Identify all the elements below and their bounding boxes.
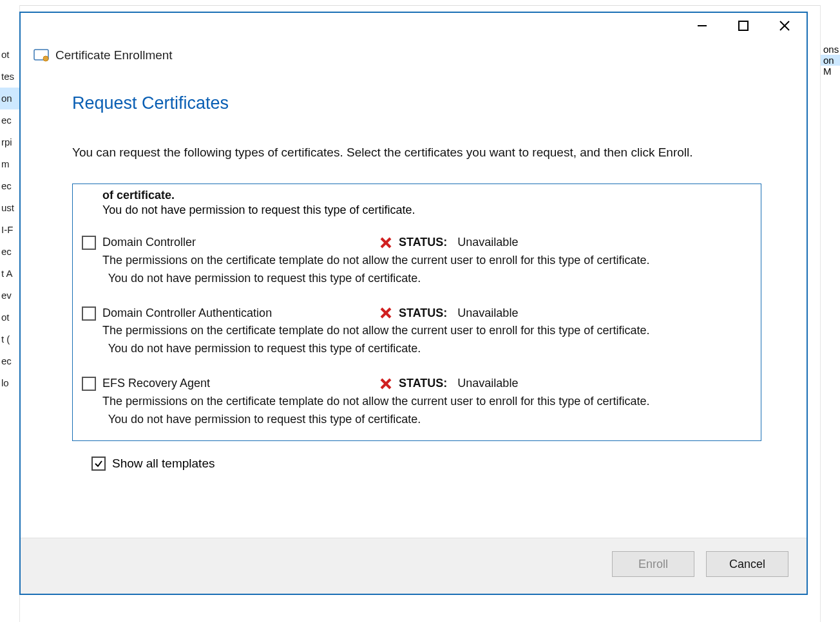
parent-left-tree-fragment: ottesonecrpimecustI-Fect Aevott (eclo [0,5,20,622]
template-checkbox[interactable] [82,236,96,250]
partial-line-2: You do not have permission to request th… [102,203,748,217]
x-icon [379,236,392,249]
parent-tree-fragment-item: m [0,153,19,175]
certificate-template-list[interactable]: of certificate. You do not have permissi… [72,184,761,441]
show-all-checkbox[interactable] [91,457,106,471]
cancel-button[interactable]: Cancel [706,551,788,577]
status-value: Unavailable [457,375,518,393]
status-label: STATUS: [399,305,447,323]
dialog-content: Request Certificates You can request the… [21,74,807,538]
instructions-text: You can request the following types of c… [72,143,761,162]
status-value: Unavailable [457,234,518,252]
x-icon [379,306,392,319]
template-reason-2: You do not have permission to request th… [102,411,748,429]
template-reason-1: The permissions on the certificate templ… [102,393,748,411]
parent-pane-fragment-item: M [821,66,840,77]
section-title: Request Certificates [72,93,761,113]
maximize-button[interactable] [724,13,763,39]
certificate-template-entry[interactable]: EFS Recovery Agent STATUS: Unavailable T… [82,375,748,429]
parent-tree-fragment-item: ust [0,197,19,219]
parent-tree-fragment-item: rpi [0,131,19,153]
parent-tree-fragment-item: ec [0,175,19,197]
status-label: STATUS: [399,375,447,393]
dialog-button-bar: Enroll Cancel [21,538,807,594]
template-name: Domain Controller [102,234,373,252]
parent-tree-fragment-item: lo [0,372,19,394]
close-button[interactable] [765,13,804,39]
template-name: Domain Controller Authentication [102,305,373,323]
certificate-template-entry[interactable]: Domain Controller Authentication STATUS:… [82,305,748,359]
parent-pane-fragment-item: on [821,55,840,66]
parent-tree-fragment-item: ec [0,350,19,372]
parent-right-pane-fragment: onsonM [820,5,840,622]
certificate-icon [33,48,49,62]
parent-tree-fragment-item: I-F [0,219,19,241]
show-all-label: Show all templates [112,457,215,471]
template-checkbox[interactable] [82,306,96,321]
certificate-template-entry[interactable]: Domain Controller STATUS: Unavailable Th… [82,234,748,288]
parent-tree-fragment-item: ec [0,109,19,131]
parent-tree-fragment-item: ec [0,241,19,263]
parent-tree-fragment-item: on [0,88,19,109]
parent-tree-fragment-item: ot [0,306,19,328]
x-icon [379,377,392,390]
dialog-header: Certificate Enrollment [21,48,807,74]
status-label: STATUS: [399,234,447,252]
partial-scrolled-entry: of certificate. You do not have permissi… [82,188,748,216]
template-reason-2: You do not have permission to request th… [102,340,748,358]
template-reason-1: The permissions on the certificate templ… [102,252,748,270]
show-all-templates-row[interactable]: Show all templates [72,457,761,471]
svg-point-5 [43,56,48,61]
partial-line-1: of certificate. [102,188,748,203]
template-name: EFS Recovery Agent [102,375,373,393]
enroll-button[interactable]: Enroll [612,551,694,577]
parent-tree-fragment-item: ot [0,44,19,66]
minimize-button[interactable] [683,13,721,39]
parent-tree-fragment-item: ev [0,285,19,306]
template-reason-2: You do not have permission to request th… [102,270,748,288]
dialog-titlebar [21,13,807,48]
template-checkbox[interactable] [82,377,96,391]
dialog-title: Certificate Enrollment [55,48,173,62]
certificate-enrollment-dialog: Certificate Enrollment Request Certifica… [19,12,808,595]
parent-tree-fragment-item: t ( [0,328,19,350]
parent-tree-fragment-item: tes [0,66,19,88]
parent-pane-fragment-item: ons [821,44,840,55]
svg-rect-1 [739,21,748,30]
parent-menubar [0,0,840,6]
status-value: Unavailable [457,305,518,323]
parent-tree-fragment-item: t A [0,263,19,285]
template-reason-1: The permissions on the certificate templ… [102,322,748,340]
